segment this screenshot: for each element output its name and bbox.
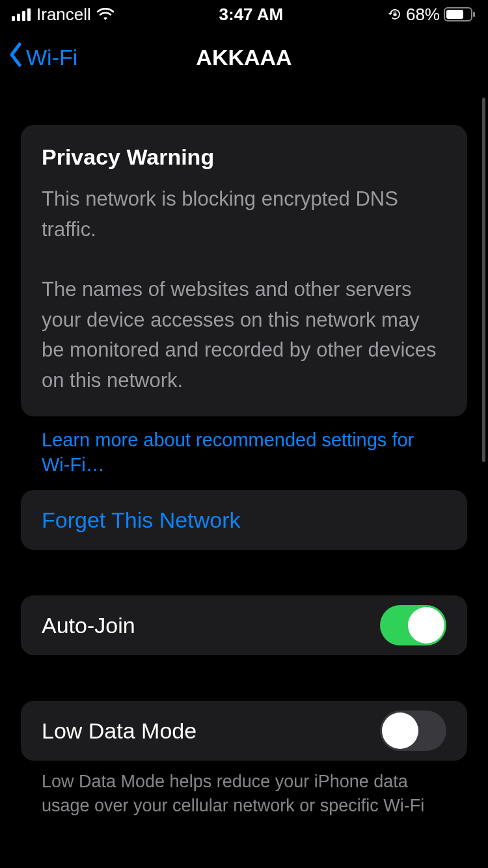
svg-rect-7 <box>473 12 475 17</box>
back-label: Wi-Fi <box>26 45 77 70</box>
carrier-label: Irancell <box>36 5 91 25</box>
orientation-lock-icon <box>388 7 402 21</box>
warning-line-2: The names of websites and other servers … <box>42 275 446 396</box>
svg-rect-4 <box>393 14 396 16</box>
page-title: AKKAAA <box>196 45 291 70</box>
privacy-warning-card: Privacy Warning This network is blocking… <box>21 125 467 416</box>
svg-rect-0 <box>12 16 15 21</box>
auto-join-toggle[interactable] <box>380 605 446 645</box>
svg-rect-6 <box>446 10 463 19</box>
status-right: 68% <box>388 5 476 25</box>
cellular-signal-icon <box>12 8 31 21</box>
low-data-mode-row: Low Data Mode <box>21 701 467 761</box>
content: Privacy Warning This network is blocking… <box>0 86 488 817</box>
low-data-mode-footer: Low Data Mode helps reduce your iPhone d… <box>21 761 467 817</box>
back-button[interactable]: Wi-Fi <box>8 42 77 73</box>
toggle-knob <box>382 712 418 749</box>
scroll-indicator[interactable] <box>482 98 485 462</box>
forget-network-button[interactable]: Forget This Network <box>21 490 467 550</box>
low-data-mode-label: Low Data Mode <box>42 718 197 744</box>
wifi-icon <box>96 8 115 21</box>
chevron-left-icon <box>8 42 23 73</box>
status-time: 3:47 AM <box>115 5 388 25</box>
warning-body: This network is blocking encrypted DNS t… <box>42 184 446 396</box>
low-data-mode-toggle[interactable] <box>380 711 446 751</box>
battery-percent: 68% <box>406 5 440 25</box>
warning-line-1: This network is blocking encrypted DNS t… <box>42 184 446 245</box>
svg-rect-1 <box>17 14 20 21</box>
auto-join-row: Auto-Join <box>21 595 467 655</box>
warning-title: Privacy Warning <box>42 144 446 170</box>
status-bar: Irancell 3:47 AM 68% <box>0 0 488 29</box>
learn-more-link[interactable]: Learn more about recommended settings fo… <box>21 428 467 490</box>
battery-icon <box>444 7 476 22</box>
svg-rect-3 <box>27 8 31 21</box>
nav-bar: Wi-Fi AKKAAA <box>0 29 488 86</box>
status-left: Irancell <box>12 5 115 25</box>
forget-network-label: Forget This Network <box>42 508 240 533</box>
auto-join-label: Auto-Join <box>42 613 135 638</box>
toggle-knob <box>408 607 444 644</box>
svg-rect-2 <box>22 11 25 21</box>
